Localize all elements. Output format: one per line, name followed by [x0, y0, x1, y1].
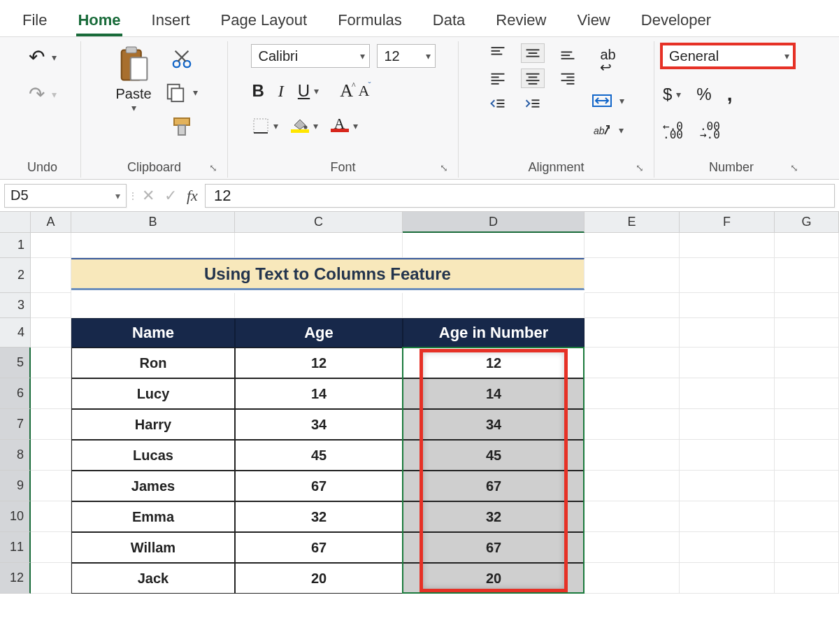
italic-button[interactable]: I: [277, 80, 285, 102]
table-cell-name-3[interactable]: Harry: [71, 409, 235, 440]
tab-page-layout[interactable]: Page Layout: [206, 4, 323, 36]
cell-F6[interactable]: [680, 378, 775, 409]
cell-E6[interactable]: [585, 378, 680, 409]
row-header-10[interactable]: 10: [0, 501, 31, 532]
font-name-select[interactable]: Calibri ▾: [251, 44, 370, 68]
undo-button[interactable]: ↶: [27, 44, 46, 70]
table-cell-age_num-6[interactable]: 32: [403, 501, 585, 532]
cell-G5[interactable]: [775, 348, 839, 378]
cell-B3[interactable]: [71, 293, 235, 318]
table-cell-age-8[interactable]: 20: [235, 563, 403, 594]
cell-G2[interactable]: [775, 258, 839, 293]
cell-E12[interactable]: [585, 563, 680, 594]
table-cell-name-4[interactable]: Lucas: [71, 440, 235, 471]
increase-font-button[interactable]: A^: [338, 79, 355, 103]
cell-A9[interactable]: [31, 471, 71, 501]
spreadsheet-grid[interactable]: ABCDEFG12Using Text to Columns Feature34…: [0, 212, 839, 594]
borders-more-button[interactable]: ▾: [272, 120, 280, 131]
borders-button[interactable]: [251, 116, 271, 136]
table-cell-age_num-5[interactable]: 67: [403, 471, 585, 501]
cell-G4[interactable]: [775, 318, 839, 348]
cell-G9[interactable]: [775, 471, 839, 501]
title-banner[interactable]: Using Text to Columns Feature: [71, 258, 585, 290]
align-bottom-button[interactable]: [557, 44, 579, 62]
table-cell-name-7[interactable]: Willam: [71, 532, 235, 563]
decrease-font-button[interactable]: Aˇ: [357, 80, 371, 101]
cell-D3[interactable]: [403, 293, 585, 318]
percent-format-button[interactable]: %: [695, 82, 712, 107]
cell-F1[interactable]: [680, 233, 775, 258]
row-header-8[interactable]: 8: [0, 440, 31, 471]
copy-button[interactable]: [164, 80, 187, 104]
align-left-button[interactable]: [487, 69, 509, 87]
table-cell-age-5[interactable]: 67: [235, 471, 403, 501]
paste-more-button[interactable]: ▾: [131, 102, 136, 113]
cell-G6[interactable]: [775, 378, 839, 409]
decrease-indent-button[interactable]: [487, 94, 509, 113]
column-header-F[interactable]: F: [680, 212, 775, 233]
tab-file[interactable]: File: [7, 4, 62, 36]
row-header-12[interactable]: 12: [0, 563, 31, 594]
cell-C3[interactable]: [235, 293, 403, 318]
table-header-age[interactable]: Age: [235, 318, 403, 348]
cell-A10[interactable]: [31, 501, 71, 532]
tab-view[interactable]: View: [561, 4, 625, 36]
cell-A4[interactable]: [31, 318, 71, 348]
cell-F9[interactable]: [680, 471, 775, 501]
cell-F7[interactable]: [680, 409, 775, 440]
cell-G12[interactable]: [775, 563, 839, 594]
cell-E1[interactable]: [585, 233, 680, 258]
row-header-6[interactable]: 6: [0, 378, 31, 409]
cell-F2[interactable]: [680, 258, 775, 293]
cell-A2[interactable]: [31, 258, 71, 293]
cell-F12[interactable]: [680, 563, 775, 594]
cell-G7[interactable]: [775, 409, 839, 440]
cell-F4[interactable]: [680, 318, 775, 348]
row-header-5[interactable]: 5: [0, 348, 31, 378]
tab-formulas[interactable]: Formulas: [322, 4, 417, 36]
column-header-E[interactable]: E: [585, 212, 680, 233]
table-cell-age-7[interactable]: 67: [235, 532, 403, 563]
cell-F5[interactable]: [680, 348, 775, 378]
cell-G10[interactable]: [775, 501, 839, 532]
cell-G8[interactable]: [775, 440, 839, 471]
align-right-button[interactable]: [557, 69, 579, 87]
cell-E9[interactable]: [585, 471, 680, 501]
tab-review[interactable]: Review: [480, 4, 561, 36]
cell-A6[interactable]: [31, 378, 71, 409]
cell-E7[interactable]: [585, 409, 680, 440]
tab-developer[interactable]: Developer: [626, 4, 726, 36]
cell-E8[interactable]: [585, 440, 680, 471]
paste-button[interactable]: Paste ▾: [109, 44, 158, 115]
insert-function-button[interactable]: fx: [185, 185, 199, 206]
increase-indent-button[interactable]: [522, 94, 544, 113]
table-cell-age_num-4[interactable]: 45: [403, 440, 585, 471]
cell-B1[interactable]: [71, 233, 235, 258]
cancel-edit-button[interactable]: ✕: [141, 185, 156, 206]
cell-A8[interactable]: [31, 440, 71, 471]
cell-A3[interactable]: [31, 293, 71, 318]
row-header-9[interactable]: 9: [0, 471, 31, 501]
cell-F11[interactable]: [680, 532, 775, 563]
underline-button[interactable]: U: [296, 80, 311, 102]
cell-E10[interactable]: [585, 501, 680, 532]
tab-home[interactable]: Home: [62, 4, 136, 36]
cell-F10[interactable]: [680, 501, 775, 532]
cell-G1[interactable]: [775, 233, 839, 258]
underline-more-button[interactable]: ▾: [313, 85, 320, 96]
font-size-select[interactable]: 12 ▾: [377, 44, 436, 68]
redo-more-button[interactable]: ▾: [50, 89, 58, 100]
comma-format-button[interactable]: ,: [726, 82, 734, 107]
orientation-button[interactable]: ab: [591, 120, 613, 140]
accounting-format-button[interactable]: $: [661, 83, 673, 106]
select-all-corner[interactable]: [0, 212, 31, 233]
cell-E11[interactable]: [585, 532, 680, 563]
bold-button[interactable]: B: [251, 80, 266, 102]
row-header-3[interactable]: 3: [0, 293, 31, 318]
cell-A11[interactable]: [31, 532, 71, 563]
table-header-age_num[interactable]: Age in Number: [403, 318, 585, 348]
cell-F8[interactable]: [680, 440, 775, 471]
redo-button[interactable]: ↷: [27, 81, 46, 107]
font-color-more-button[interactable]: ▾: [352, 120, 359, 131]
name-box[interactable]: D5 ▾: [4, 184, 127, 208]
